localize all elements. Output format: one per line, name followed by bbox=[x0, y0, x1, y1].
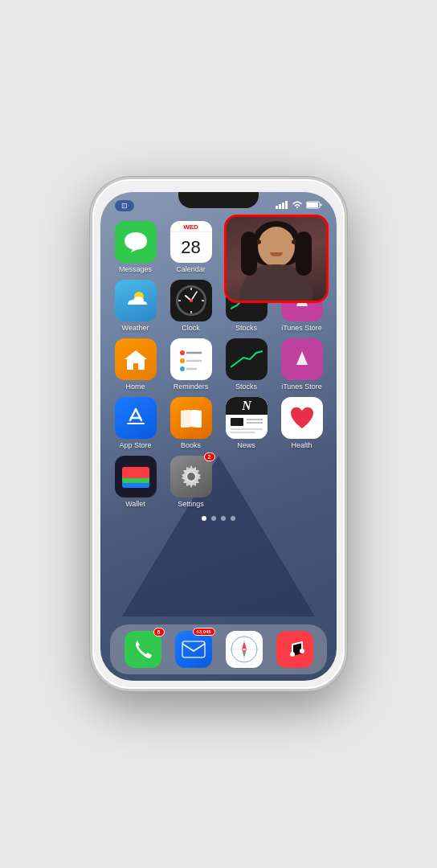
dock-music-icon bbox=[276, 631, 313, 668]
books-label: Books bbox=[181, 441, 201, 449]
stocks-label: Stocks bbox=[235, 324, 257, 332]
weather-app[interactable]: Weather bbox=[110, 280, 161, 332]
wallet-icon bbox=[115, 456, 157, 497]
reminders-icon bbox=[170, 338, 212, 380]
itunes-app-2[interactable]: iTunes Store bbox=[276, 338, 327, 391]
dot-3 bbox=[221, 516, 226, 521]
svg-point-24 bbox=[180, 350, 185, 355]
svg-rect-2 bbox=[282, 203, 284, 209]
phone-screen: ⊡ bbox=[100, 192, 337, 681]
facetime-overlay[interactable] bbox=[224, 215, 329, 303]
svg-rect-6 bbox=[307, 203, 318, 207]
calendar-icon: WED 28 bbox=[170, 221, 212, 263]
wallet-app[interactable]: Wallet bbox=[110, 456, 161, 508]
svg-point-18 bbox=[190, 299, 193, 302]
svg-rect-47 bbox=[182, 641, 205, 657]
settings-label: Settings bbox=[178, 500, 204, 508]
phone-frame: ⊡ bbox=[90, 177, 347, 691]
phone-badge: 6 bbox=[153, 628, 165, 637]
page-dots bbox=[100, 516, 337, 521]
wifi-icon bbox=[292, 201, 303, 211]
settings-app[interactable]: 2 Settings bbox=[165, 456, 216, 508]
mail-badge: 43,945 bbox=[193, 628, 215, 636]
dot-1 bbox=[202, 516, 206, 521]
screen-mirroring-icon: ⊡ bbox=[121, 202, 128, 210]
svg-point-54 bbox=[290, 652, 295, 657]
clock-app[interactable]: Clock bbox=[165, 280, 216, 332]
itunes-label-2: iTunes Store bbox=[281, 383, 322, 391]
mute-button[interactable] bbox=[90, 260, 92, 282]
svg-point-26 bbox=[180, 358, 185, 363]
itunes-label: iTunes Store bbox=[281, 324, 322, 332]
settings-badge: 2 bbox=[204, 452, 215, 461]
health-icon bbox=[281, 397, 323, 439]
svg-point-55 bbox=[300, 649, 304, 653]
svg-point-46 bbox=[187, 473, 195, 481]
power-button[interactable] bbox=[345, 300, 347, 352]
weather-icon bbox=[115, 280, 157, 321]
svg-rect-3 bbox=[285, 201, 288, 209]
dock-mail-icon: 43,945 bbox=[175, 631, 212, 668]
battery-icon bbox=[306, 201, 322, 211]
weather-label: Weather bbox=[122, 324, 149, 332]
dot-2 bbox=[211, 516, 216, 521]
news-app[interactable]: N News bbox=[221, 397, 272, 449]
stocks-icon-2 bbox=[226, 338, 268, 380]
calendar-app[interactable]: WED 28 Calendar bbox=[165, 221, 216, 273]
svg-rect-37 bbox=[231, 418, 243, 426]
wallet-label: Wallet bbox=[125, 500, 145, 508]
calendar-label: Calendar bbox=[176, 265, 206, 273]
dot-4 bbox=[231, 516, 235, 521]
messages-icon bbox=[115, 221, 157, 263]
svg-rect-5 bbox=[321, 204, 322, 207]
appstore-app[interactable]: App Store bbox=[110, 397, 161, 449]
dock: 6 43,945 bbox=[110, 624, 327, 674]
svg-rect-0 bbox=[276, 206, 278, 209]
stocks-app-2[interactable]: Stocks bbox=[221, 338, 272, 391]
news-label: News bbox=[237, 441, 255, 449]
books-icon bbox=[170, 397, 212, 439]
appstore-label: App Store bbox=[119, 441, 151, 449]
status-pill: ⊡ bbox=[115, 200, 134, 211]
stocks-label-2: Stocks bbox=[235, 383, 257, 391]
settings-icon: 2 bbox=[170, 456, 212, 497]
dock-music-app[interactable] bbox=[272, 631, 317, 668]
appstore-icon bbox=[115, 397, 157, 439]
itunes-icon-2 bbox=[281, 338, 323, 380]
dock-phone-icon: 6 bbox=[125, 631, 161, 668]
clock-icon bbox=[170, 280, 212, 321]
health-label: Health bbox=[291, 441, 312, 449]
news-icon: N bbox=[226, 397, 268, 439]
svg-point-28 bbox=[180, 366, 185, 371]
svg-text:N: N bbox=[241, 399, 252, 412]
health-app[interactable]: Health bbox=[276, 397, 327, 449]
signal-icon bbox=[276, 201, 288, 211]
dock-phone-app[interactable]: 6 bbox=[120, 631, 165, 668]
reminders-app[interactable]: Reminders bbox=[165, 338, 216, 391]
books-app[interactable]: Books bbox=[165, 397, 216, 449]
messages-label: Messages bbox=[119, 265, 152, 273]
messages-app[interactable]: Messages bbox=[110, 221, 161, 273]
facetime-content bbox=[227, 217, 326, 301]
home-app[interactable]: Home bbox=[110, 338, 161, 391]
dock-mail-app[interactable]: 43,945 bbox=[170, 631, 216, 668]
svg-marker-31 bbox=[296, 351, 308, 365]
reminders-label: Reminders bbox=[174, 383, 209, 391]
notch bbox=[178, 192, 259, 208]
status-right bbox=[276, 201, 322, 211]
volume-up-button[interactable] bbox=[90, 290, 92, 326]
dock-safari-icon bbox=[226, 631, 263, 668]
clock-face bbox=[176, 285, 206, 316]
svg-rect-1 bbox=[279, 204, 281, 209]
home-label: Home bbox=[125, 383, 145, 391]
dock-safari-app[interactable] bbox=[221, 631, 267, 668]
home-icon bbox=[115, 338, 157, 380]
svg-rect-44 bbox=[122, 467, 149, 478]
clock-label: Clock bbox=[182, 324, 200, 332]
volume-down-button[interactable] bbox=[90, 334, 92, 371]
